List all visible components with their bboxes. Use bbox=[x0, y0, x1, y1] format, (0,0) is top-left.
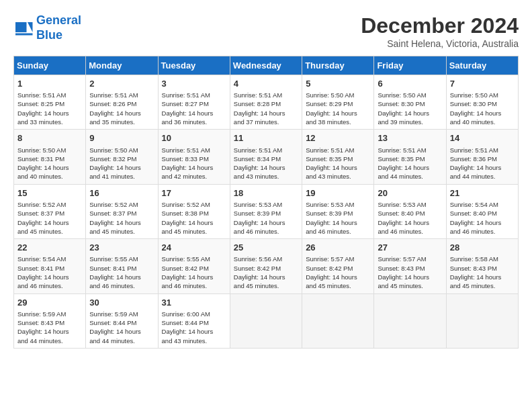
table-row: 6Sunrise: 5:50 AM Sunset: 8:30 PM Daylig… bbox=[374, 75, 446, 130]
day-info: Sunrise: 5:50 AM Sunset: 8:29 PM Dayligh… bbox=[306, 91, 370, 126]
day-info: Sunrise: 5:51 AM Sunset: 8:33 PM Dayligh… bbox=[162, 146, 226, 181]
logo-text: General Blue bbox=[36, 13, 81, 42]
day-number: 20 bbox=[378, 187, 442, 199]
table-row: 21Sunrise: 5:54 AM Sunset: 8:40 PM Dayli… bbox=[446, 184, 518, 238]
day-info: Sunrise: 5:50 AM Sunset: 8:32 PM Dayligh… bbox=[89, 146, 154, 181]
day-number: 8 bbox=[17, 132, 82, 144]
table-row: 12Sunrise: 5:51 AM Sunset: 8:35 PM Dayli… bbox=[302, 130, 374, 184]
day-number: 27 bbox=[378, 242, 442, 254]
day-info: Sunrise: 5:50 AM Sunset: 8:30 PM Dayligh… bbox=[450, 91, 515, 126]
logo-icon bbox=[13, 18, 34, 38]
day-info: Sunrise: 5:53 AM Sunset: 8:40 PM Dayligh… bbox=[378, 200, 442, 236]
svg-rect-2 bbox=[15, 22, 27, 32]
col-sunday: Sunday bbox=[14, 56, 86, 75]
table-row: 16Sunrise: 5:52 AM Sunset: 8:37 PM Dayli… bbox=[86, 184, 158, 238]
logo-line1: General bbox=[36, 13, 81, 27]
calendar-week-row: 1Sunrise: 5:51 AM Sunset: 8:25 PM Daylig… bbox=[14, 75, 519, 130]
day-number: 12 bbox=[306, 132, 370, 144]
day-number: 24 bbox=[162, 242, 226, 254]
logo: General Blue bbox=[13, 13, 81, 42]
table-row: 15Sunrise: 5:52 AM Sunset: 8:37 PM Dayli… bbox=[14, 184, 86, 238]
day-info: Sunrise: 5:51 AM Sunset: 8:34 PM Dayligh… bbox=[234, 146, 298, 181]
table-row: 1Sunrise: 5:51 AM Sunset: 8:25 PM Daylig… bbox=[14, 75, 86, 130]
table-row: 7Sunrise: 5:50 AM Sunset: 8:30 PM Daylig… bbox=[446, 75, 518, 130]
day-number: 10 bbox=[162, 132, 226, 144]
table-row: 3Sunrise: 5:51 AM Sunset: 8:27 PM Daylig… bbox=[158, 75, 230, 130]
col-saturday: Saturday bbox=[446, 56, 518, 75]
calendar-week-row: 29Sunrise: 5:59 AM Sunset: 8:43 PM Dayli… bbox=[14, 293, 519, 348]
day-info: Sunrise: 5:59 AM Sunset: 8:43 PM Dayligh… bbox=[17, 310, 82, 345]
day-info: Sunrise: 5:58 AM Sunset: 8:43 PM Dayligh… bbox=[450, 255, 515, 290]
day-number: 11 bbox=[234, 132, 298, 144]
table-row: 13Sunrise: 5:51 AM Sunset: 8:35 PM Dayli… bbox=[374, 130, 446, 184]
col-monday: Monday bbox=[86, 56, 158, 75]
day-info: Sunrise: 5:55 AM Sunset: 8:41 PM Dayligh… bbox=[89, 255, 154, 290]
day-number: 17 bbox=[162, 187, 226, 199]
day-number: 3 bbox=[162, 78, 226, 90]
day-number: 14 bbox=[450, 132, 515, 144]
day-number: 31 bbox=[162, 297, 226, 309]
day-number: 13 bbox=[378, 132, 442, 144]
day-info: Sunrise: 5:51 AM Sunset: 8:36 PM Dayligh… bbox=[450, 146, 515, 181]
day-info: Sunrise: 5:57 AM Sunset: 8:42 PM Dayligh… bbox=[306, 255, 370, 290]
table-row: 27Sunrise: 5:57 AM Sunset: 8:43 PM Dayli… bbox=[374, 239, 446, 293]
day-info: Sunrise: 5:51 AM Sunset: 8:28 PM Dayligh… bbox=[234, 91, 298, 126]
day-number: 28 bbox=[450, 242, 515, 254]
col-friday: Friday bbox=[374, 56, 446, 75]
table-row bbox=[446, 293, 518, 348]
day-info: Sunrise: 5:59 AM Sunset: 8:44 PM Dayligh… bbox=[89, 310, 154, 345]
day-info: Sunrise: 5:53 AM Sunset: 8:39 PM Dayligh… bbox=[234, 200, 298, 236]
table-row: 10Sunrise: 5:51 AM Sunset: 8:33 PM Dayli… bbox=[158, 130, 230, 184]
table-row: 25Sunrise: 5:56 AM Sunset: 8:42 PM Dayli… bbox=[230, 239, 302, 293]
calendar-header-row: Sunday Monday Tuesday Wednesday Thursday… bbox=[14, 56, 519, 75]
day-number: 1 bbox=[17, 78, 82, 90]
day-info: Sunrise: 5:52 AM Sunset: 8:37 PM Dayligh… bbox=[17, 200, 82, 236]
table-row bbox=[230, 293, 302, 348]
day-info: Sunrise: 5:50 AM Sunset: 8:30 PM Dayligh… bbox=[378, 91, 442, 126]
day-info: Sunrise: 5:51 AM Sunset: 8:27 PM Dayligh… bbox=[162, 91, 226, 126]
day-info: Sunrise: 5:57 AM Sunset: 8:43 PM Dayligh… bbox=[378, 255, 442, 290]
day-number: 16 bbox=[89, 187, 154, 199]
col-thursday: Thursday bbox=[302, 56, 374, 75]
table-row: 5Sunrise: 5:50 AM Sunset: 8:29 PM Daylig… bbox=[302, 75, 374, 130]
day-number: 18 bbox=[234, 187, 298, 199]
table-row: 26Sunrise: 5:57 AM Sunset: 8:42 PM Dayli… bbox=[302, 239, 374, 293]
title-block: December 2024 Saint Helena, Victoria, Au… bbox=[361, 13, 519, 49]
table-row: 17Sunrise: 5:52 AM Sunset: 8:38 PM Dayli… bbox=[158, 184, 230, 238]
page-header: General Blue December 2024 Saint Helena,… bbox=[13, 13, 519, 49]
calendar-table: Sunday Monday Tuesday Wednesday Thursday… bbox=[13, 56, 519, 349]
day-number: 19 bbox=[306, 187, 370, 199]
table-row: 29Sunrise: 5:59 AM Sunset: 8:43 PM Dayli… bbox=[14, 293, 86, 348]
table-row: 31Sunrise: 6:00 AM Sunset: 8:44 PM Dayli… bbox=[158, 293, 230, 348]
table-row: 24Sunrise: 5:55 AM Sunset: 8:42 PM Dayli… bbox=[158, 239, 230, 293]
col-tuesday: Tuesday bbox=[158, 56, 230, 75]
day-number: 7 bbox=[450, 78, 515, 90]
table-row: 19Sunrise: 5:53 AM Sunset: 8:39 PM Dayli… bbox=[302, 184, 374, 238]
svg-rect-3 bbox=[15, 33, 33, 35]
table-row: 28Sunrise: 5:58 AM Sunset: 8:43 PM Dayli… bbox=[446, 239, 518, 293]
day-info: Sunrise: 5:53 AM Sunset: 8:39 PM Dayligh… bbox=[306, 200, 370, 236]
day-number: 4 bbox=[234, 78, 298, 90]
day-info: Sunrise: 5:54 AM Sunset: 8:40 PM Dayligh… bbox=[450, 200, 515, 236]
table-row: 9Sunrise: 5:50 AM Sunset: 8:32 PM Daylig… bbox=[86, 130, 158, 184]
day-number: 21 bbox=[450, 187, 515, 199]
calendar-week-row: 8Sunrise: 5:50 AM Sunset: 8:31 PM Daylig… bbox=[14, 130, 519, 184]
day-number: 2 bbox=[89, 78, 154, 90]
day-number: 5 bbox=[306, 78, 370, 90]
day-number: 26 bbox=[306, 242, 370, 254]
day-number: 23 bbox=[89, 242, 154, 254]
day-info: Sunrise: 5:51 AM Sunset: 8:35 PM Dayligh… bbox=[306, 146, 370, 181]
table-row: 18Sunrise: 5:53 AM Sunset: 8:39 PM Dayli… bbox=[230, 184, 302, 238]
day-number: 30 bbox=[89, 297, 154, 309]
day-number: 6 bbox=[378, 78, 442, 90]
day-info: Sunrise: 5:52 AM Sunset: 8:38 PM Dayligh… bbox=[162, 200, 226, 236]
table-row: 4Sunrise: 5:51 AM Sunset: 8:28 PM Daylig… bbox=[230, 75, 302, 130]
day-number: 29 bbox=[17, 297, 82, 309]
day-info: Sunrise: 5:51 AM Sunset: 8:35 PM Dayligh… bbox=[378, 146, 442, 181]
location-subtitle: Saint Helena, Victoria, Australia bbox=[361, 38, 519, 49]
day-info: Sunrise: 5:50 AM Sunset: 8:31 PM Dayligh… bbox=[17, 146, 82, 181]
day-info: Sunrise: 5:56 AM Sunset: 8:42 PM Dayligh… bbox=[234, 255, 298, 290]
table-row: 11Sunrise: 5:51 AM Sunset: 8:34 PM Dayli… bbox=[230, 130, 302, 184]
table-row: 30Sunrise: 5:59 AM Sunset: 8:44 PM Dayli… bbox=[86, 293, 158, 348]
day-number: 9 bbox=[89, 132, 154, 144]
